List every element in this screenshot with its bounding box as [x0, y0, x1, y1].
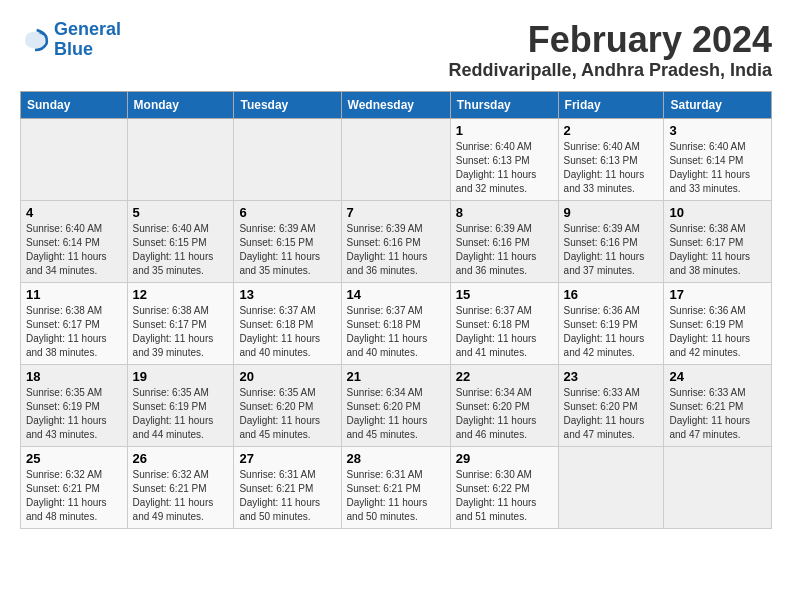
day-number: 8 [456, 205, 553, 220]
day-info: Sunrise: 6:38 AM Sunset: 6:17 PM Dayligh… [669, 222, 766, 278]
day-number: 7 [347, 205, 445, 220]
day-info: Sunrise: 6:34 AM Sunset: 6:20 PM Dayligh… [456, 386, 553, 442]
day-number: 19 [133, 369, 229, 384]
day-cell: 29Sunrise: 6:30 AM Sunset: 6:22 PM Dayli… [450, 446, 558, 528]
day-number: 26 [133, 451, 229, 466]
day-number: 10 [669, 205, 766, 220]
day-number: 14 [347, 287, 445, 302]
day-number: 15 [456, 287, 553, 302]
day-cell: 8Sunrise: 6:39 AM Sunset: 6:16 PM Daylig… [450, 200, 558, 282]
day-cell: 18Sunrise: 6:35 AM Sunset: 6:19 PM Dayli… [21, 364, 128, 446]
day-number: 22 [456, 369, 553, 384]
day-cell: 11Sunrise: 6:38 AM Sunset: 6:17 PM Dayli… [21, 282, 128, 364]
day-cell: 21Sunrise: 6:34 AM Sunset: 6:20 PM Dayli… [341, 364, 450, 446]
day-info: Sunrise: 6:37 AM Sunset: 6:18 PM Dayligh… [347, 304, 445, 360]
header-wednesday: Wednesday [341, 91, 450, 118]
day-number: 2 [564, 123, 659, 138]
day-info: Sunrise: 6:31 AM Sunset: 6:21 PM Dayligh… [239, 468, 335, 524]
day-info: Sunrise: 6:39 AM Sunset: 6:16 PM Dayligh… [456, 222, 553, 278]
day-cell: 6Sunrise: 6:39 AM Sunset: 6:15 PM Daylig… [234, 200, 341, 282]
day-number: 5 [133, 205, 229, 220]
day-info: Sunrise: 6:36 AM Sunset: 6:19 PM Dayligh… [564, 304, 659, 360]
day-number: 1 [456, 123, 553, 138]
day-cell [234, 118, 341, 200]
day-cell [558, 446, 664, 528]
day-info: Sunrise: 6:38 AM Sunset: 6:17 PM Dayligh… [26, 304, 122, 360]
day-cell: 24Sunrise: 6:33 AM Sunset: 6:21 PM Dayli… [664, 364, 772, 446]
logo: General Blue [20, 20, 121, 60]
day-number: 11 [26, 287, 122, 302]
day-cell: 12Sunrise: 6:38 AM Sunset: 6:17 PM Dayli… [127, 282, 234, 364]
day-number: 6 [239, 205, 335, 220]
day-info: Sunrise: 6:40 AM Sunset: 6:14 PM Dayligh… [669, 140, 766, 196]
week-row-3: 11Sunrise: 6:38 AM Sunset: 6:17 PM Dayli… [21, 282, 772, 364]
header-friday: Friday [558, 91, 664, 118]
day-info: Sunrise: 6:38 AM Sunset: 6:17 PM Dayligh… [133, 304, 229, 360]
month-title: February 2024 [449, 20, 772, 60]
day-info: Sunrise: 6:30 AM Sunset: 6:22 PM Dayligh… [456, 468, 553, 524]
week-row-1: 1Sunrise: 6:40 AM Sunset: 6:13 PM Daylig… [21, 118, 772, 200]
day-cell [664, 446, 772, 528]
day-number: 12 [133, 287, 229, 302]
day-info: Sunrise: 6:39 AM Sunset: 6:16 PM Dayligh… [347, 222, 445, 278]
title-block: February 2024 Reddivaripalle, Andhra Pra… [449, 20, 772, 81]
day-info: Sunrise: 6:40 AM Sunset: 6:13 PM Dayligh… [564, 140, 659, 196]
day-cell: 1Sunrise: 6:40 AM Sunset: 6:13 PM Daylig… [450, 118, 558, 200]
header-thursday: Thursday [450, 91, 558, 118]
day-cell: 16Sunrise: 6:36 AM Sunset: 6:19 PM Dayli… [558, 282, 664, 364]
day-info: Sunrise: 6:33 AM Sunset: 6:20 PM Dayligh… [564, 386, 659, 442]
day-cell: 28Sunrise: 6:31 AM Sunset: 6:21 PM Dayli… [341, 446, 450, 528]
day-number: 27 [239, 451, 335, 466]
day-number: 17 [669, 287, 766, 302]
day-number: 13 [239, 287, 335, 302]
day-info: Sunrise: 6:35 AM Sunset: 6:19 PM Dayligh… [26, 386, 122, 442]
day-info: Sunrise: 6:40 AM Sunset: 6:15 PM Dayligh… [133, 222, 229, 278]
day-number: 23 [564, 369, 659, 384]
day-number: 9 [564, 205, 659, 220]
header-row: SundayMondayTuesdayWednesdayThursdayFrid… [21, 91, 772, 118]
day-cell: 25Sunrise: 6:32 AM Sunset: 6:21 PM Dayli… [21, 446, 128, 528]
logo-line1: General [54, 19, 121, 39]
day-number: 16 [564, 287, 659, 302]
day-cell: 26Sunrise: 6:32 AM Sunset: 6:21 PM Dayli… [127, 446, 234, 528]
week-row-2: 4Sunrise: 6:40 AM Sunset: 6:14 PM Daylig… [21, 200, 772, 282]
day-number: 4 [26, 205, 122, 220]
day-info: Sunrise: 6:32 AM Sunset: 6:21 PM Dayligh… [133, 468, 229, 524]
day-cell: 2Sunrise: 6:40 AM Sunset: 6:13 PM Daylig… [558, 118, 664, 200]
day-cell [341, 118, 450, 200]
day-cell: 23Sunrise: 6:33 AM Sunset: 6:20 PM Dayli… [558, 364, 664, 446]
logo-line2: Blue [54, 39, 93, 59]
day-info: Sunrise: 6:34 AM Sunset: 6:20 PM Dayligh… [347, 386, 445, 442]
day-cell: 27Sunrise: 6:31 AM Sunset: 6:21 PM Dayli… [234, 446, 341, 528]
day-info: Sunrise: 6:35 AM Sunset: 6:19 PM Dayligh… [133, 386, 229, 442]
day-cell: 13Sunrise: 6:37 AM Sunset: 6:18 PM Dayli… [234, 282, 341, 364]
day-info: Sunrise: 6:35 AM Sunset: 6:20 PM Dayligh… [239, 386, 335, 442]
day-cell [21, 118, 128, 200]
header-sunday: Sunday [21, 91, 128, 118]
header-saturday: Saturday [664, 91, 772, 118]
week-row-5: 25Sunrise: 6:32 AM Sunset: 6:21 PM Dayli… [21, 446, 772, 528]
day-cell: 17Sunrise: 6:36 AM Sunset: 6:19 PM Dayli… [664, 282, 772, 364]
day-info: Sunrise: 6:37 AM Sunset: 6:18 PM Dayligh… [239, 304, 335, 360]
day-cell: 5Sunrise: 6:40 AM Sunset: 6:15 PM Daylig… [127, 200, 234, 282]
day-cell: 3Sunrise: 6:40 AM Sunset: 6:14 PM Daylig… [664, 118, 772, 200]
day-cell: 19Sunrise: 6:35 AM Sunset: 6:19 PM Dayli… [127, 364, 234, 446]
header-monday: Monday [127, 91, 234, 118]
day-cell: 15Sunrise: 6:37 AM Sunset: 6:18 PM Dayli… [450, 282, 558, 364]
day-number: 18 [26, 369, 122, 384]
day-cell: 10Sunrise: 6:38 AM Sunset: 6:17 PM Dayli… [664, 200, 772, 282]
page-header: General Blue February 2024 Reddivaripall… [20, 20, 772, 81]
day-number: 3 [669, 123, 766, 138]
day-info: Sunrise: 6:37 AM Sunset: 6:18 PM Dayligh… [456, 304, 553, 360]
day-info: Sunrise: 6:40 AM Sunset: 6:13 PM Dayligh… [456, 140, 553, 196]
day-number: 24 [669, 369, 766, 384]
day-cell: 22Sunrise: 6:34 AM Sunset: 6:20 PM Dayli… [450, 364, 558, 446]
day-cell: 7Sunrise: 6:39 AM Sunset: 6:16 PM Daylig… [341, 200, 450, 282]
day-info: Sunrise: 6:36 AM Sunset: 6:19 PM Dayligh… [669, 304, 766, 360]
day-number: 28 [347, 451, 445, 466]
calendar-table: SundayMondayTuesdayWednesdayThursdayFrid… [20, 91, 772, 529]
header-tuesday: Tuesday [234, 91, 341, 118]
day-number: 25 [26, 451, 122, 466]
day-info: Sunrise: 6:40 AM Sunset: 6:14 PM Dayligh… [26, 222, 122, 278]
day-info: Sunrise: 6:33 AM Sunset: 6:21 PM Dayligh… [669, 386, 766, 442]
